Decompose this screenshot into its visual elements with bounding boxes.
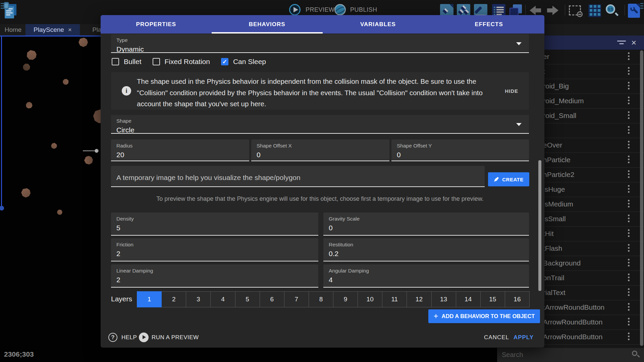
checkbox-fixed-rotation[interactable]: Fixed Rotation [153, 58, 210, 66]
cancel-button[interactable]: CANCEL [484, 334, 509, 341]
dialog-tab-behaviors[interactable]: BEHAVIORS [212, 15, 323, 34]
layer-button-1[interactable]: 1 [137, 291, 162, 307]
kebab-menu-icon[interactable] [628, 126, 630, 134]
layer-button-3[interactable]: 3 [186, 291, 211, 307]
layer-button-16[interactable]: 16 [505, 291, 530, 307]
undo-icon[interactable] [528, 5, 542, 15]
linear-damping-value: 2 [116, 276, 313, 284]
help-icon[interactable]: ? [108, 333, 117, 342]
kebab-menu-icon[interactable] [628, 333, 630, 340]
layer-button-12[interactable]: 12 [407, 291, 431, 307]
layer-button-6[interactable]: 6 [260, 291, 284, 307]
shape-offset-x-field[interactable]: Shape Offset X 0 [251, 139, 389, 161]
editor-tab-home[interactable]: Home [1, 24, 25, 36]
type-value: Dynamic [116, 45, 524, 53]
restitution-field[interactable]: Restitution 0.2 [323, 238, 529, 261]
kebab-menu-icon[interactable] [628, 318, 630, 325]
zoom-1-1-icon[interactable]: 1:1 [606, 4, 619, 17]
help-button[interactable]: HELP [121, 334, 137, 341]
asteroid-sprite[interactable] [24, 48, 39, 62]
apply-button[interactable]: APPLY [514, 334, 534, 341]
create-button[interactable]: CREATE [488, 172, 529, 186]
kebab-menu-icon[interactable] [628, 141, 630, 148]
layer-button-10[interactable]: 10 [358, 291, 382, 307]
radius-field[interactable]: Radius 20 [111, 139, 249, 161]
layer-button-13[interactable]: 13 [432, 291, 456, 307]
layer-button-4[interactable]: 4 [211, 291, 235, 307]
dialog-scrollbar[interactable] [538, 160, 541, 291]
asteroid-sprite[interactable] [50, 142, 58, 150]
hide-button[interactable]: HIDE [505, 88, 518, 94]
kebab-menu-icon[interactable] [628, 185, 630, 193]
publish-button[interactable]: PUBLISH [350, 6, 377, 13]
checkbox-checked-icon[interactable]: ✓ [221, 58, 228, 65]
friction-field[interactable]: Friction 2 [111, 238, 318, 261]
redo-icon[interactable] [546, 5, 560, 15]
asteroid-sprite[interactable] [22, 63, 31, 71]
filter-icon[interactable] [617, 40, 626, 45]
layer-button-2[interactable]: 2 [162, 291, 186, 307]
physics-shape-circle[interactable] [95, 149, 99, 153]
dialog-tab-effects[interactable]: EFFECTS [433, 15, 544, 34]
shape-offset-y-field[interactable]: Shape Offset Y 0 [391, 139, 529, 161]
project-settings-icon[interactable] [628, 4, 640, 18]
search-bar[interactable]: Search [497, 348, 644, 362]
publish-globe-icon[interactable] [334, 4, 346, 15]
kebab-menu-icon[interactable] [628, 170, 630, 178]
kebab-menu-icon[interactable] [628, 82, 630, 89]
kebab-menu-icon[interactable] [628, 288, 630, 296]
kebab-menu-icon[interactable] [628, 274, 630, 281]
kebab-menu-icon[interactable] [628, 52, 630, 60]
linear-damping-field[interactable]: Linear Damping 2 [111, 264, 318, 288]
checkbox-bullet[interactable]: Bullet [112, 58, 142, 66]
run-preview-icon[interactable] [139, 333, 149, 342]
layer-button-5[interactable]: 5 [235, 291, 260, 307]
asteroid-sprite[interactable] [62, 78, 70, 86]
grid-icon[interactable] [588, 4, 601, 17]
mask-selection-icon[interactable] [569, 5, 581, 15]
kebab-menu-icon[interactable] [628, 215, 630, 222]
checkbox-unchecked-icon[interactable] [112, 58, 119, 65]
sidebar-scrollbar[interactable] [640, 50, 643, 346]
kebab-menu-icon[interactable] [628, 259, 630, 266]
layer-button-11[interactable]: 11 [382, 291, 407, 307]
run-preview-button[interactable]: RUN A PREVIEW [152, 334, 199, 341]
kebab-menu-icon[interactable] [628, 244, 630, 252]
checkbox-can-sleep[interactable]: ✓Can Sleep [221, 58, 266, 66]
kebab-menu-icon[interactable] [628, 200, 630, 207]
layer-button-14[interactable]: 14 [456, 291, 481, 307]
asteroid-sprite[interactable] [78, 37, 89, 48]
kebab-menu-icon[interactable] [628, 67, 630, 75]
kebab-menu-icon[interactable] [628, 156, 630, 163]
preview-hint: To preview the shape that the Physics en… [111, 195, 529, 202]
preview-button[interactable]: PREVIEW [306, 6, 335, 13]
search-input[interactable]: Search [502, 351, 523, 359]
layer-button-7[interactable]: 7 [284, 291, 309, 307]
asteroid-sprite[interactable] [20, 187, 32, 198]
shape-dropdown[interactable]: Shape Circle [111, 115, 529, 134]
layer-button-15[interactable]: 15 [481, 291, 505, 307]
kebab-menu-icon[interactable] [628, 229, 630, 237]
type-dropdown[interactable]: Type Dynamic [111, 34, 529, 53]
add-behavior-button[interactable]: + ADD A BEHAVIOR TO THE OBJECT [428, 309, 540, 323]
asteroid-sprite[interactable] [83, 154, 95, 167]
temp-image-field[interactable]: A temporary image to help you visualize … [111, 166, 485, 187]
layer-button-8[interactable]: 8 [309, 291, 333, 307]
layer-button-9[interactable]: 9 [333, 291, 358, 307]
dialog-tab-variables[interactable]: VARIABLES [323, 15, 434, 34]
kebab-menu-icon[interactable] [628, 97, 630, 104]
selection-handle[interactable] [0, 206, 4, 210]
asteroid-sprite[interactable] [57, 209, 62, 215]
density-field[interactable]: Density 5 [111, 213, 318, 236]
checkbox-unchecked-icon[interactable] [153, 58, 160, 65]
dialog-tab-properties[interactable]: PROPERTIES [101, 15, 212, 34]
angular-damping-field[interactable]: Angular Damping 4 [323, 264, 529, 288]
kebab-menu-icon[interactable] [628, 111, 630, 119]
preview-play-icon[interactable] [289, 4, 301, 15]
gravity-scale-field[interactable]: Gravity Scale 0 [323, 213, 529, 236]
asteroid-sprite[interactable] [25, 101, 34, 110]
close-icon[interactable]: × [631, 37, 636, 48]
kebab-menu-icon[interactable] [628, 303, 630, 311]
editor-tab-playscene[interactable]: PlayScene× [25, 24, 80, 36]
close-tab-icon[interactable]: × [68, 26, 72, 34]
